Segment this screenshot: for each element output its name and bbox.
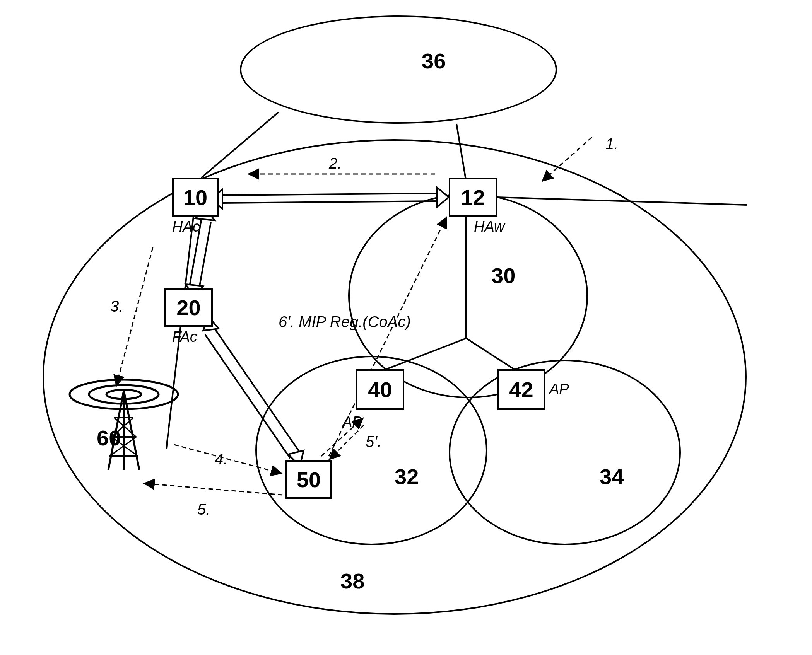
- step-2: 2.: [329, 155, 342, 172]
- label-region-36: 36: [422, 48, 446, 73]
- node-haw-id: 12: [461, 185, 485, 210]
- label-region-38: 38: [340, 568, 364, 594]
- node-mn-id: 50: [297, 467, 321, 492]
- node-fac-label: FAc: [172, 329, 197, 345]
- node-ap1-label: AP: [342, 414, 362, 430]
- node-hac-label: HAc: [172, 218, 200, 235]
- step-4: 4.: [215, 450, 227, 468]
- node-hac-id: 10: [183, 185, 207, 210]
- node-ap2: 42: [497, 369, 545, 410]
- step-3: 3.: [110, 298, 123, 315]
- node-fac: 20: [164, 288, 213, 327]
- step-5p: 5'.: [366, 433, 381, 450]
- node-haw: 12: [449, 178, 497, 217]
- node-ap1-id: 40: [368, 377, 392, 402]
- node-ap2-label: AP: [549, 381, 569, 397]
- label-region-30: 30: [491, 263, 515, 288]
- node-ap2-id: 42: [509, 377, 533, 402]
- node-haw-label: HAw: [474, 218, 505, 235]
- ellipse-external: [240, 15, 557, 124]
- node-ap1: 40: [356, 369, 404, 410]
- label-region-60: 60: [97, 425, 121, 450]
- step-5: 5.: [197, 501, 210, 518]
- label-region-34: 34: [600, 464, 624, 489]
- node-mn: 50: [285, 460, 332, 499]
- label-region-32: 32: [395, 464, 419, 489]
- step-1: 1.: [605, 135, 618, 153]
- node-fac-id: 20: [176, 295, 200, 320]
- node-hac: 10: [172, 178, 219, 217]
- step-6p: 6'. MIP Reg.(CoAc): [279, 313, 411, 331]
